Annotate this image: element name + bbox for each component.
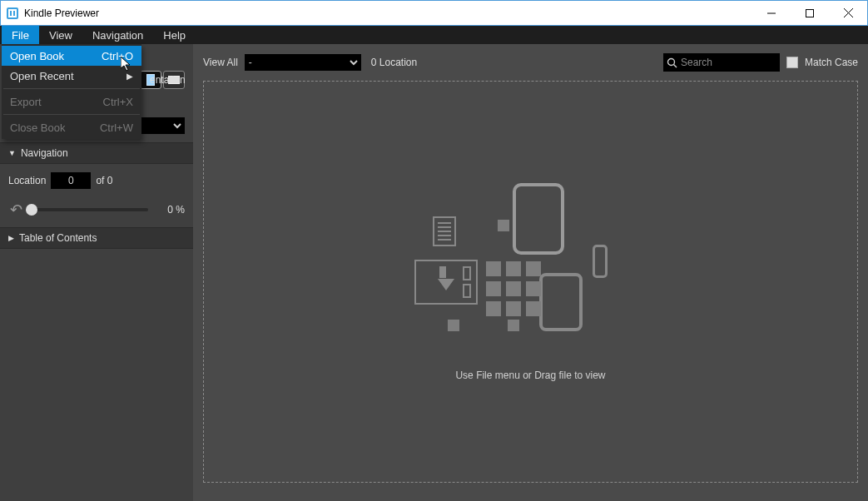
- dropzone[interactable]: Use File menu or Drag file to view: [203, 81, 858, 483]
- app-icon: [6, 7, 19, 20]
- grid-icon: [486, 261, 541, 316]
- file-menu-open-recent-label: Open Recent: [10, 70, 74, 82]
- menu-navigation[interactable]: Navigation: [82, 26, 153, 44]
- toc-section-header[interactable]: ▶ Table of Contents: [0, 227, 193, 249]
- file-menu-open-recent[interactable]: Open Recent ▶: [2, 66, 141, 86]
- menu-file[interactable]: File: [2, 26, 39, 44]
- view-all-select[interactable]: -: [245, 54, 361, 71]
- document-icon: [433, 216, 456, 246]
- svg-rect-5: [806, 9, 814, 17]
- svg-rect-1: [8, 9, 17, 17]
- square-icon: [448, 320, 459, 331]
- file-menu-export: Export Ctrl+X: [2, 92, 141, 112]
- svg-line-9: [673, 64, 677, 67]
- tablet-medium-icon: [539, 273, 583, 331]
- menu-view[interactable]: View: [39, 26, 82, 44]
- window-close-button[interactable]: [829, 1, 867, 25]
- undo-icon[interactable]: ↶: [8, 201, 23, 219]
- location-input[interactable]: [51, 172, 91, 189]
- window-title: Kindle Previewer: [24, 7, 99, 19]
- navigation-section-label: Navigation: [21, 147, 68, 159]
- chevron-right-icon: ▶: [8, 234, 14, 242]
- tablet-large-icon: [513, 183, 564, 255]
- location-of-text: of 0: [96, 175, 112, 186]
- navigation-section-header[interactable]: ▼ Navigation: [0, 142, 193, 164]
- font-size-select[interactable]: [139, 117, 185, 134]
- file-menu-open-book[interactable]: Open Book Ctrl+O: [2, 46, 141, 66]
- window-minimize-button[interactable]: [752, 1, 791, 25]
- view-all-label: View All: [203, 57, 238, 68]
- file-menu-export-accel: Ctrl+X: [103, 96, 133, 108]
- toolbar-location-text: 0 Location: [371, 57, 417, 68]
- main-panel: View All - 0 Location Match Case: [193, 44, 868, 501]
- download-box-icon: [414, 260, 478, 305]
- dropzone-hint: Use File menu or Drag file to view: [455, 370, 605, 381]
- orientation-label: entation: [150, 74, 186, 86]
- location-slider[interactable]: [32, 208, 148, 211]
- location-label: Location: [8, 175, 46, 186]
- svg-rect-3: [13, 11, 15, 16]
- square-icon: [498, 220, 509, 231]
- phone-icon: [593, 245, 608, 278]
- file-menu-export-label: Export: [10, 96, 42, 108]
- menu-separator: [3, 88, 140, 89]
- menu-help[interactable]: Help: [153, 26, 196, 44]
- file-menu-close-book-accel: Ctrl+W: [100, 122, 133, 134]
- search-field[interactable]: [663, 53, 780, 72]
- square-icon: [508, 320, 519, 331]
- match-case-label: Match Case: [805, 57, 858, 68]
- window-titlebar: Kindle Previewer: [0, 0, 868, 26]
- file-menu-dropdown: Open Book Ctrl+O Open Recent ▶ Export Ct…: [2, 44, 141, 139]
- svg-point-8: [667, 58, 674, 65]
- toc-section-label: Table of Contents: [19, 232, 97, 244]
- file-menu-open-book-label: Open Book: [10, 50, 64, 62]
- submenu-arrow-icon: ▶: [126, 72, 133, 81]
- main-toolbar: View All - 0 Location Match Case: [193, 44, 868, 81]
- svg-rect-2: [10, 11, 12, 16]
- file-menu-open-book-accel: Ctrl+O: [102, 50, 133, 62]
- menubar: File View Navigation Help: [0, 26, 868, 44]
- chevron-down-icon: ▼: [8, 149, 16, 157]
- search-icon: [667, 57, 677, 68]
- location-percent: 0 %: [156, 204, 185, 216]
- slider-thumb[interactable]: [26, 204, 37, 216]
- match-case-checkbox[interactable]: [786, 57, 798, 68]
- menu-separator: [3, 114, 140, 115]
- window-maximize-button[interactable]: [791, 1, 829, 25]
- search-input[interactable]: [681, 57, 776, 68]
- file-menu-close-book-label: Close Book: [10, 122, 65, 134]
- file-menu-close-book: Close Book Ctrl+W: [2, 117, 141, 137]
- dropzone-illustration: [414, 183, 647, 350]
